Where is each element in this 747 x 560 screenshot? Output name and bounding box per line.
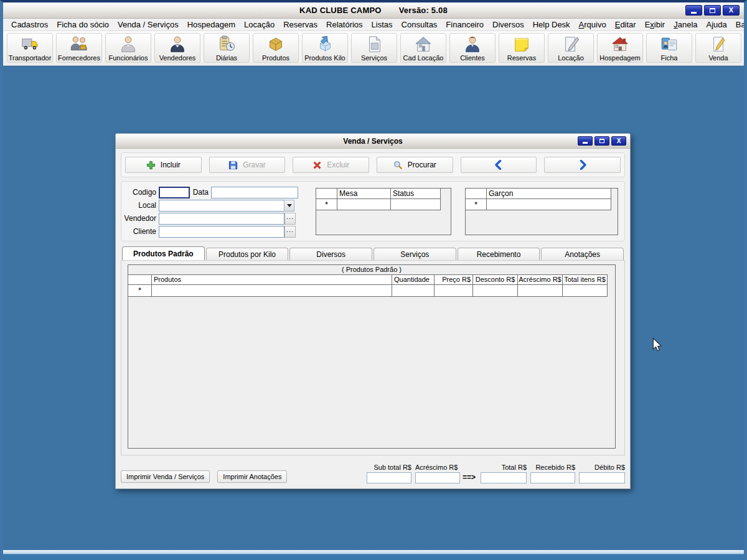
tab-produtos-padrao[interactable]: Produtos Padrão (122, 246, 205, 260)
toolbar-button-cad-locacao[interactable]: Cad Locação (400, 33, 446, 63)
status-cell[interactable] (391, 199, 441, 210)
total-input[interactable] (481, 472, 527, 483)
toolbar-button-transportador[interactable]: Transportador (7, 33, 53, 63)
mesa-cell[interactable] (337, 199, 391, 210)
produtos-cell[interactable] (152, 285, 392, 297)
menu-item-help-desk[interactable]: Help Desk (529, 19, 575, 30)
toolbar-separator (595, 34, 596, 62)
total-itens-cell[interactable] (563, 285, 608, 297)
column-header-total-itens-r: Total itens R$ (563, 274, 608, 285)
debito-input[interactable] (579, 472, 625, 483)
acrescimo-input[interactable] (415, 472, 460, 483)
search-icon (393, 161, 403, 170)
dialog-close-button[interactable]: X (611, 136, 626, 146)
menu-item-arquivo[interactable]: Arquivo (575, 19, 611, 30)
local-dropdown-button[interactable] (284, 200, 294, 212)
menu-item-ficha-do-socio[interactable]: Ficha do sócio (52, 19, 113, 30)
menu-item-editar[interactable]: Editar (611, 19, 641, 30)
excluir-button[interactable]: Excluir (293, 157, 369, 173)
incluir-button[interactable]: Incluir (125, 157, 202, 173)
menu-item-reservas[interactable]: Reservas (279, 19, 322, 30)
chevron-right-icon (578, 160, 588, 170)
menu-item-diversos[interactable]: Diversos (488, 19, 529, 30)
tab-recebimento[interactable]: Recebimento (458, 248, 540, 260)
toolbar-button-funcionarios[interactable]: Funcionários (105, 33, 151, 63)
toolbar-button-vendedores[interactable]: Vendedores (154, 33, 200, 63)
codigo-input[interactable] (159, 187, 190, 198)
dialog-maximize-button[interactable] (594, 136, 609, 146)
menu-item-hospedagem[interactable]: Hospedagem (183, 19, 240, 30)
toolbar-button-locacao[interactable]: Locação (548, 33, 594, 63)
minimize-icon (583, 142, 588, 144)
grid-corner-cell (128, 274, 152, 285)
tab-content-produtos-padrao: ( Produtos Padrão ) ProdutosQuantidadePr… (121, 260, 625, 455)
menu-item-backup[interactable]: Backup (731, 19, 747, 30)
suppliers-icon (70, 35, 88, 54)
toolbar-button-venda[interactable]: Venda (695, 33, 741, 63)
menu-item-cadastros[interactable]: Cadastros (7, 19, 52, 30)
acrescimo-cell[interactable] (518, 285, 563, 297)
chevron-right-button[interactable] (544, 157, 621, 173)
imprimir-anotacoes-button[interactable]: Imprimir Anotações (217, 470, 287, 483)
toolbar-separator (153, 34, 153, 62)
preco-cell[interactable] (435, 285, 473, 297)
cliente-browse-button[interactable]: ... (284, 226, 296, 238)
toolbar-button-label: Reservas (507, 54, 536, 62)
toolbar-button-diarias[interactable]: Diárias (204, 33, 250, 63)
local-input[interactable] (159, 200, 284, 212)
gravar-button[interactable]: Gravar (209, 157, 286, 173)
toolbar-button-produtos[interactable]: Produtos (253, 33, 299, 63)
menu-item-ajuda[interactable]: Ajuda (702, 19, 731, 30)
button-label: Procurar (408, 161, 436, 169)
desconto-cell[interactable] (473, 285, 518, 297)
acrescimo-label: Acréscimo R$ (415, 464, 460, 472)
minimize-button[interactable] (685, 5, 702, 16)
tab-servicos[interactable]: Serviços (374, 248, 456, 260)
box-icon (266, 35, 285, 54)
tab-produtos-por-kilo[interactable]: Produtos por Kilo (206, 248, 289, 260)
vendedor-browse-button[interactable]: ... (284, 213, 296, 225)
menu-item-relatorios[interactable]: Relatórios (322, 19, 367, 30)
tab-diversos[interactable]: Diversos (289, 248, 372, 260)
garcon-column-header: Garçon (487, 189, 611, 199)
toolbar-button-servicos[interactable]: Serviços (351, 33, 397, 63)
imprimir-venda-button[interactable]: Imprimir Venda / Serviços (121, 470, 210, 483)
box-kilo-icon (316, 35, 334, 54)
toolbar-button-label: Funcionários (109, 54, 148, 62)
garcon-cell[interactable] (487, 199, 611, 210)
toolbar-button-clientes[interactable]: Clientes (449, 33, 496, 63)
toolbar-button-ficha[interactable]: Ficha (646, 33, 692, 63)
toolbar-separator (202, 34, 202, 62)
menu-item-locacao[interactable]: Locação (240, 19, 279, 30)
table-row: * (128, 285, 615, 297)
toolbar-button-produtos-kilo[interactable]: Produtos Kilo (302, 33, 348, 63)
tab-anotacoes[interactable]: Anotações (541, 248, 624, 260)
toolbar-button-hospedagem[interactable]: Hospedagem (597, 33, 643, 63)
desktop: Venda / Serviços X IncluirGravarExcluirP… (3, 66, 744, 550)
maximize-button[interactable] (704, 5, 721, 16)
menu-item-exibir[interactable]: Exibir (641, 19, 670, 30)
dialog-titlebar: Venda / Serviços X (116, 134, 630, 149)
close-button[interactable]: X (723, 5, 740, 16)
column-header-acrescimo-r: Acréscimo R$ (518, 274, 563, 285)
toolbar-button-reservas[interactable]: Reservas (499, 33, 545, 63)
menu-item-consultas[interactable]: Consultas (397, 19, 442, 30)
sub-total-input[interactable] (367, 472, 411, 483)
mesa-column-header: Mesa (337, 189, 391, 199)
local-combobox[interactable] (159, 200, 294, 212)
toolbar-button-fornecedores[interactable]: Fornecedores (56, 33, 102, 63)
quantidade-cell[interactable] (392, 285, 435, 297)
menu-item-janela[interactable]: Janela (669, 19, 702, 30)
menu-item-financeiro[interactable]: Financeiro (441, 19, 488, 30)
cliente-input[interactable] (159, 226, 284, 238)
vendedor-input[interactable] (159, 213, 284, 225)
toolbar-separator (546, 34, 547, 62)
menubar: CadastrosFicha do sócioVenda / ServiçosH… (3, 19, 744, 31)
dialog-minimize-button[interactable] (578, 136, 593, 146)
procurar-button[interactable]: Procurar (377, 157, 453, 173)
recebido-input[interactable] (530, 472, 575, 483)
data-input[interactable] (211, 187, 298, 198)
chevron-left-button[interactable] (461, 157, 537, 173)
menu-item-listas[interactable]: Listas (367, 19, 397, 30)
menu-item-venda-servicos[interactable]: Venda / Serviços (113, 19, 183, 30)
